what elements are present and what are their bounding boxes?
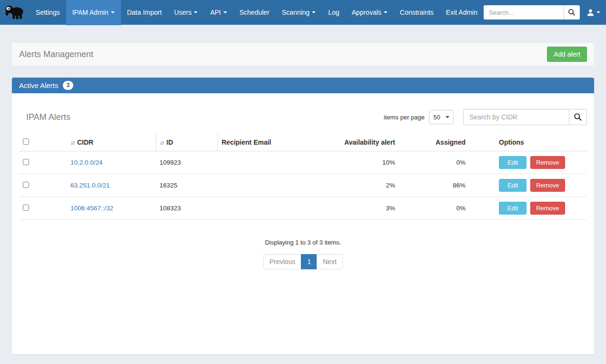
edit-button[interactable]: Edit: [499, 202, 527, 215]
caret-down-icon: [446, 116, 449, 118]
navbar-search-button[interactable]: [564, 5, 580, 20]
nav-item-log[interactable]: Log: [322, 0, 345, 25]
availability-value: 10%: [309, 151, 400, 174]
row-checkbox[interactable]: [23, 205, 29, 211]
nav-item-ipam-admin[interactable]: IPAM Admin: [66, 0, 121, 25]
cidr-link[interactable]: 63.251.0.0/21: [70, 182, 110, 189]
nav-item-users[interactable]: Users: [168, 0, 204, 25]
table-heading: IPAM Alerts: [26, 112, 70, 122]
toolbar-controls: items per page 50: [384, 109, 587, 125]
user-menu[interactable]: [586, 9, 600, 17]
availability-value: 2%: [309, 174, 400, 197]
cidr-search-group: [463, 109, 587, 125]
results-summary: Displaying 1 to 3 of 3 items.: [19, 239, 587, 246]
nav-item-api[interactable]: API: [204, 0, 233, 25]
search-icon: [568, 9, 576, 16]
navbar-search-input[interactable]: [484, 5, 564, 20]
caret-down-icon: [596, 11, 600, 13]
nav-item-constraints[interactable]: Constraints: [394, 0, 440, 25]
nav-item-settings[interactable]: Settings: [30, 0, 66, 25]
nav-item-approvals[interactable]: Approvals: [346, 0, 394, 25]
add-alert-button[interactable]: Add alert: [547, 47, 587, 62]
caret-down-icon: [384, 11, 387, 13]
row-checkbox[interactable]: [23, 159, 29, 165]
cidr-link[interactable]: 10.2.0.0/24: [70, 159, 103, 166]
assigned-value: 86%: [400, 174, 470, 197]
select-all-checkbox[interactable]: [23, 138, 29, 145]
column-header-cidr[interactable]: ↓↑CIDR: [67, 134, 156, 151]
nav-item-data-import[interactable]: Data Import: [121, 0, 168, 25]
edit-button[interactable]: Edit: [499, 179, 527, 192]
user-icon: [586, 9, 595, 17]
pagination-page-1[interactable]: 1: [301, 254, 317, 269]
sort-icon[interactable]: ↓↑: [70, 139, 74, 146]
pagination-wrap: Previous 1 Next: [19, 254, 587, 269]
assigned-value: 0%: [400, 197, 470, 220]
table-row: 10.2.0.0/24 109923 10% 0% Edit Remove: [19, 151, 587, 174]
caret-down-icon: [223, 11, 227, 13]
search-icon: [574, 113, 582, 121]
cidr-search-input[interactable]: [463, 109, 569, 125]
active-alerts-panel: Active Alerts 3 IPAM Alerts items per pa…: [12, 78, 594, 354]
cidr-search-button[interactable]: [569, 109, 587, 125]
navbar-right: [484, 5, 600, 20]
table-row: 1006:4567::/32 108323 3% 0% Edit Remove: [19, 197, 587, 220]
table-row: 63.251.0.0/21 16325 2% 86% Edit Remove: [19, 174, 587, 197]
navbar-search-group: [484, 5, 580, 20]
caret-down-icon: [111, 11, 115, 13]
sort-icon[interactable]: ↓↑: [160, 139, 164, 146]
page-title: Alerts Management: [19, 49, 93, 59]
main-menu: Settings IPAM Admin Data Import Users AP…: [30, 0, 484, 25]
pagination: Previous 1 Next: [263, 254, 343, 269]
pagination-next[interactable]: Next: [317, 254, 343, 269]
availability-value: 3%: [309, 197, 400, 220]
recipient-email: [218, 197, 309, 220]
top-navbar: Settings IPAM Admin Data Import Users AP…: [0, 0, 606, 25]
column-header-options: Options: [470, 134, 587, 151]
remove-button[interactable]: Remove: [530, 179, 565, 192]
pagination-previous[interactable]: Previous: [263, 254, 301, 269]
nav-item-exit-admin[interactable]: Exit Admin: [440, 0, 484, 25]
column-header-availability: Availability alert: [309, 134, 400, 151]
items-per-page-select[interactable]: 50: [429, 110, 454, 124]
alert-id: 108323: [156, 197, 218, 220]
panel-heading: Active Alerts 3: [12, 78, 594, 93]
page-container: Alerts Management Add alert Active Alert…: [12, 43, 594, 354]
alerts-table: ↓↑CIDR ↓↑ID Recipient Email Availability…: [19, 134, 587, 220]
table-header-row: ↓↑CIDR ↓↑ID Recipient Email Availability…: [19, 134, 587, 151]
remove-button[interactable]: Remove: [530, 156, 565, 169]
panel-body: IPAM Alerts items per page 50: [12, 93, 594, 354]
assigned-value: 0%: [400, 151, 470, 174]
caret-down-icon: [312, 11, 316, 13]
caret-down-icon: [194, 11, 198, 13]
column-header-id[interactable]: ↓↑ID: [156, 134, 218, 151]
nav-item-scanning[interactable]: Scanning: [276, 0, 322, 25]
alert-id: 16325: [156, 174, 218, 197]
panel-title: Active Alerts: [19, 81, 59, 89]
column-header-email: Recipient Email: [218, 134, 309, 151]
items-per-page-label: items per page: [384, 114, 425, 121]
mammoth-icon: [4, 4, 26, 21]
row-checkbox[interactable]: [23, 182, 29, 188]
page-header: Alerts Management Add alert: [12, 43, 594, 66]
column-header-assigned: Assigned: [400, 134, 470, 151]
remove-button[interactable]: Remove: [530, 202, 565, 215]
alert-count-badge: 3: [63, 81, 74, 89]
nav-item-scheduler[interactable]: Scheduler: [233, 0, 276, 25]
alert-id: 109923: [156, 151, 218, 174]
edit-button[interactable]: Edit: [499, 156, 527, 169]
table-toolbar: IPAM Alerts items per page 50: [19, 109, 587, 125]
cidr-link[interactable]: 1006:4567::/32: [70, 205, 113, 212]
recipient-email: [218, 174, 309, 197]
phpipam-mammoth-logo[interactable]: [4, 3, 26, 22]
recipient-email: [218, 151, 309, 174]
